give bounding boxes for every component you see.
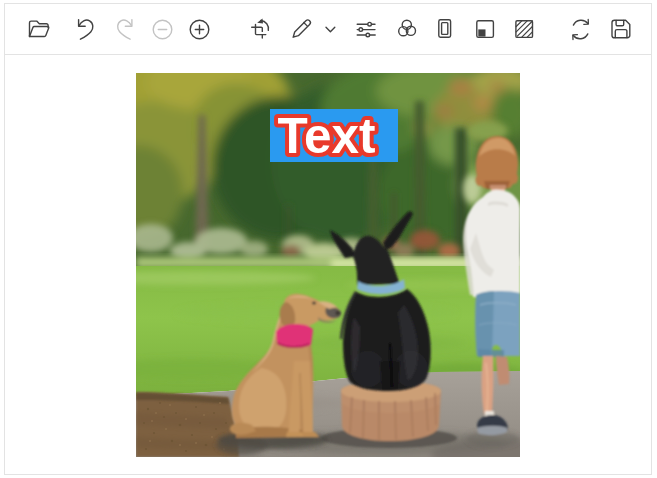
svg-text:Text: Text <box>278 109 376 162</box>
